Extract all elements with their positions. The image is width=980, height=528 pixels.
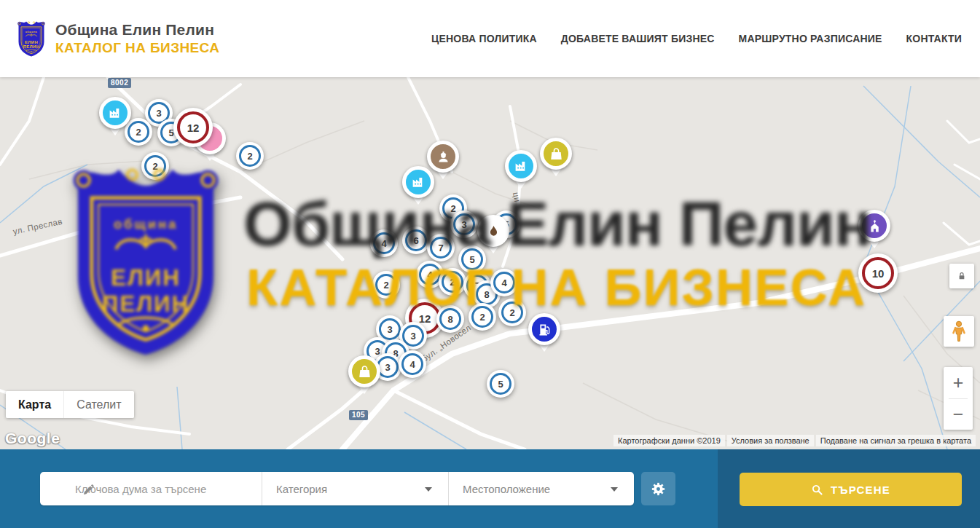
chevron-down-icon [425,487,432,492]
flame-icon [486,224,501,239]
chevron-down-icon [611,487,618,492]
zoom-in-button[interactable]: + [944,367,973,398]
bag-pin-marker[interactable] [348,355,380,387]
cluster-marker[interactable]: 4 [399,350,426,378]
cluster-marker[interactable]: 5 [487,370,514,398]
nav-item[interactable]: МАРШРУТНО РАЗПИСАНИЕ [739,33,882,44]
maptype-satellite-button[interactable]: Сателит [63,391,133,418]
church-pin-marker[interactable] [858,210,890,242]
cluster-marker[interactable]: 12 [173,108,213,147]
maptype-control: Карта Сателит [6,391,134,418]
municipality-logo [16,19,47,58]
factory-pin-marker[interactable] [99,97,131,129]
fuel-icon [537,322,552,337]
cluster-marker[interactable]: 2 [439,268,466,296]
keyword-field-wrap [40,472,262,505]
cluster-marker[interactable]: 2 [372,271,400,299]
cluster-marker[interactable]: 10 [858,253,898,293]
header: Община Елин Пелин КАТАЛОГ НА БИЗНЕСА ЦЕН… [0,0,980,77]
pencil-icon [82,482,96,496]
worker-icon [436,149,451,165]
brand-text: Община Елин Пелин КАТАЛОГ НА БИЗНЕСА [55,21,219,56]
map-canvas[interactable]: 8002105 ул. Преславбул. „Новоселци 32512… [0,77,980,449]
site-title: Община Елин Пелин [55,21,219,39]
bag-icon [357,364,372,379]
search-icon [811,484,823,496]
cluster-marker[interactable]: 2 [141,152,169,180]
factory-icon [108,106,123,121]
map-attribution: Картографски данни ©2019Условия за ползв… [614,435,976,446]
cluster-marker[interactable]: 8 [436,305,464,333]
cluster-marker[interactable]: 2 [498,299,526,326]
lock-scroll-button[interactable] [949,264,974,288]
gear-icon [650,481,667,497]
advanced-settings-button[interactable] [641,472,675,505]
site-subtitle: КАТАЛОГ НА БИЗНЕСА [55,40,219,56]
cluster-marker[interactable]: 4 [490,269,518,296]
zoom-out-button[interactable]: − [944,399,973,430]
factory-icon [514,159,529,174]
search-fields-group: Категория Местоположение [40,472,634,505]
cluster-marker[interactable]: 4 [370,229,398,257]
nav-item[interactable]: ЦЕНОВА ПОЛИТИКА [431,33,537,44]
cluster-marker[interactable]: 2 [236,142,264,170]
nav-item[interactable]: ДОБАВЕТЕ ВАШИЯТ БИЗНЕС [561,33,715,44]
search-button[interactable]: ТЪРСЕНЕ [740,473,962,506]
cluster-marker[interactable]: 7 [427,234,455,261]
category-select[interactable]: Категория [262,472,448,505]
attribution-text: Картографски данни ©2019 [614,435,725,446]
bag-pin-marker[interactable] [540,138,572,170]
search-bar: Категория Местоположение [0,449,980,528]
keyword-search-input[interactable] [75,483,251,495]
location-select-label: Местоположение [463,483,550,495]
zoom-control: + − [944,367,973,430]
church-icon [867,218,882,234]
cluster-marker[interactable]: 6 [402,226,430,254]
main-nav: ЦЕНОВА ПОЛИТИКАДОБАВЕТЕ ВАШИЯТ БИЗНЕСМАР… [431,33,962,44]
category-select-label: Категория [276,483,327,495]
cluster-marker[interactable]: 2 [469,303,496,331]
cluster-marker[interactable]: 3 [450,210,478,238]
fuel-pin-marker[interactable] [528,313,560,345]
marker-layer: 3251222235467524278422128333834510 [0,77,980,449]
attribution-link[interactable]: Условия за ползване [727,435,814,446]
attribution-link[interactable]: Подаване на сигнал за грешка в картата [816,435,976,446]
bag-icon [549,146,564,162]
factory-pin-marker[interactable] [505,150,537,182]
search-button-label: ТЪРСЕНЕ [831,484,890,496]
google-logo[interactable]: Google [5,430,60,447]
nav-item[interactable]: КОНТАКТИ [906,33,962,44]
cluster-marker[interactable]: 5 [458,245,486,273]
brand[interactable]: Община Елин Пелин КАТАЛОГ НА БИЗНЕСА [16,19,219,58]
lock-icon [956,270,968,282]
pegman-icon [949,320,968,342]
pegman-control[interactable] [944,316,974,347]
factory-pin-marker[interactable] [402,166,434,198]
factory-icon [411,175,426,190]
flame-pin-marker[interactable] [477,215,509,247]
location-select[interactable]: Местоположение [448,472,634,505]
maptype-map-button[interactable]: Карта [6,391,63,418]
